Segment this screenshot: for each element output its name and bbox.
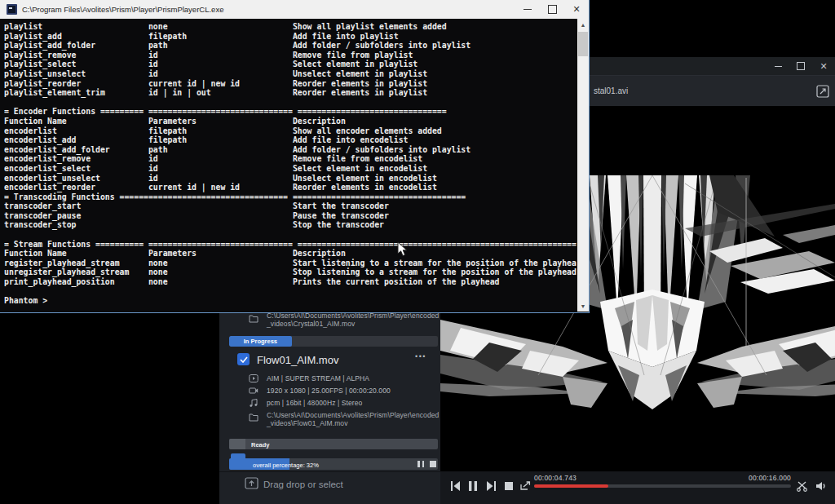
maximize-icon [797,62,805,70]
scroll-down-icon[interactable]: ▼ [577,300,589,312]
mouse-cursor [397,241,408,257]
fullscreen-icon[interactable] [815,84,830,99]
volume-button[interactable] [815,480,828,493]
console-maximize-button[interactable] [540,0,564,19]
console-minimize-button[interactable] [515,0,540,19]
item-status-label: Ready [251,441,270,449]
prev-item-path: C:\Users\AI\Documents\Avolites\Prism\Pla… [267,312,434,328]
pause-transcode-button[interactable] [418,461,424,467]
item-menu-button[interactable]: ••• [415,352,426,360]
skip-start-button[interactable] [450,480,462,492]
total-time: 00:00:16.000 [749,474,791,482]
overall-progress-bar: overall percentage: 32% [229,458,438,470]
loaded-file-name: stal01.avi [594,86,628,95]
transport-bar: 00:00:04.743 00:00:16.000 [440,471,835,504]
stop-button[interactable] [503,480,515,492]
item-path: C:\Users\AI\Documents\Avolites\Prism\Pla… [267,411,434,427]
check-icon [240,356,248,363]
status-bar-cap [229,439,245,449]
seek-bar[interactable] [534,484,791,488]
seek-bar-fill [534,484,608,488]
item-filename: Flow01_AIM.mov [257,354,338,366]
audio-note-icon [249,398,258,408]
overall-progress-label: overall percentage: 32% [253,462,319,469]
skip-end-button[interactable] [485,480,497,492]
minimize-icon [775,66,782,67]
player-minimize-button[interactable] [767,57,789,75]
folder-icon [249,413,258,422]
trim-scissors-button[interactable] [796,480,809,493]
item-checkbox[interactable] [237,353,250,365]
close-icon: ✕ [572,4,580,15]
item-progress-bar: In Progress [229,336,438,347]
scrollbar-thumb[interactable] [578,32,588,56]
console-window: C:\Program Files\Avolites\Prism\Player\P… [0,0,590,313]
current-time: 00:00:04.743 [534,474,577,482]
console-titlebar[interactable]: C:\Program Files\Avolites\Prism\Player\P… [0,0,589,19]
stop-transcode-button[interactable] [430,461,436,467]
scroll-up-icon[interactable]: ▲ [577,19,589,30]
progress-status-label: In Progress [244,338,277,345]
item-audio-info: pcm | 16bit | 48000Hz | Stereo [267,399,362,407]
maximize-icon [548,5,557,14]
cmd-icon [7,4,17,15]
item-stream-info: AIM | SUPER STREAM | ALPHA [267,374,369,382]
folder-icon [249,314,258,323]
stream-type-icon [249,374,258,383]
pause-button[interactable] [467,480,479,492]
divider [219,471,440,472]
console-title: C:\Program Files\Avolites\Prism\Player\P… [22,5,223,14]
upload-icon [245,477,258,489]
item-status-bar: Ready [229,439,438,449]
item-video-info: 1920 x 1080 | 25.00FPS | 00:00:20.000 [267,387,391,395]
close-icon: ✕ [820,62,827,71]
minimize-icon [524,9,532,10]
console-output: playlist none Show all playlist elements… [4,22,577,309]
console-close-button[interactable]: ✕ [564,0,589,19]
dropzone-label[interactable]: Drag drop or select [263,480,343,489]
console-scrollbar[interactable]: ▲ ▼ [577,19,589,312]
loop-mode-button[interactable] [519,480,531,492]
video-camera-icon [249,386,258,396]
player-close-button[interactable]: ✕ [812,57,835,75]
player-maximize-button[interactable] [789,57,812,75]
